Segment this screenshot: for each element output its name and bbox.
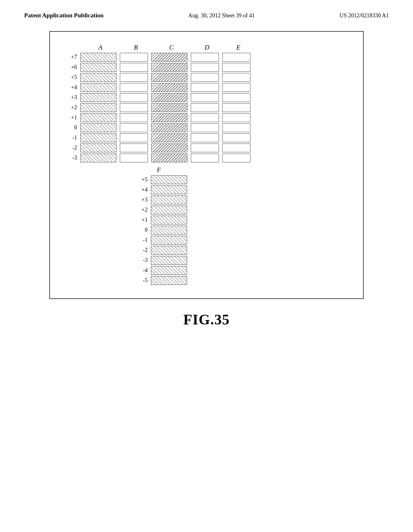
cell-c	[151, 63, 188, 72]
bottom-row: 0	[135, 226, 351, 235]
cell-f	[151, 195, 187, 204]
cell-d	[191, 93, 219, 102]
cell-f	[151, 256, 187, 265]
cell-a	[80, 93, 117, 102]
cell-e	[222, 73, 250, 82]
cell-c	[151, 113, 188, 122]
cell-c	[151, 154, 188, 162]
bottom-row: +5	[135, 175, 351, 184]
cell-d	[191, 53, 219, 62]
table-row: +5	[62, 73, 351, 82]
cell-b	[120, 73, 148, 82]
cell-b	[120, 123, 148, 132]
bottom-row: -1	[135, 236, 351, 245]
cell-d	[191, 154, 219, 162]
bottom-row: +3	[135, 195, 351, 204]
table-row: -1	[62, 133, 351, 142]
figure-caption: FIG.35	[183, 311, 229, 328]
cell-a	[80, 143, 117, 152]
cell-e	[222, 154, 250, 162]
cell-e	[222, 103, 250, 112]
publication-info: Aug. 30, 2012 Sheet 39 of 41	[188, 12, 255, 19]
table-row: +1	[62, 113, 351, 122]
cell-e	[222, 63, 250, 72]
bottom-row: -2	[135, 246, 351, 255]
cell-d	[191, 83, 219, 92]
cell-d	[191, 103, 219, 112]
table-row: +2	[62, 103, 351, 112]
cell-c	[151, 103, 188, 112]
table-row: 0	[62, 123, 351, 132]
bottom-row: -3	[135, 256, 351, 265]
cell-b	[120, 83, 148, 92]
col-header-b: B	[122, 44, 150, 51]
col-header-a: A	[82, 44, 119, 51]
cell-e	[222, 133, 250, 142]
cell-a	[80, 53, 117, 62]
cell-e	[222, 83, 250, 92]
cell-a	[80, 133, 117, 142]
cell-e	[222, 123, 250, 132]
cell-b	[120, 154, 148, 162]
table-row: -2	[62, 143, 351, 152]
bottom-row: +2	[135, 206, 351, 214]
cell-b	[120, 93, 148, 102]
figure-box: A B C D E +7 +6	[49, 31, 364, 299]
cell-a	[80, 113, 117, 122]
main-content: A B C D E +7 +6	[0, 23, 413, 328]
cell-f	[151, 236, 187, 245]
cell-c	[151, 143, 188, 152]
cell-f	[151, 246, 187, 255]
cell-a	[80, 123, 117, 132]
cell-f	[151, 216, 187, 224]
cell-f	[151, 175, 187, 184]
cell-d	[191, 143, 219, 152]
cell-b	[120, 63, 148, 72]
bottom-section: F +5 +4 +3 +2 +1 0	[62, 166, 351, 285]
cell-d	[191, 113, 219, 122]
table-row: +7	[62, 53, 351, 62]
page-header: Patent Application Publication Aug. 30, …	[0, 0, 413, 23]
cell-a	[80, 63, 117, 72]
col-header-f: F	[135, 166, 351, 174]
col-header-e: E	[224, 44, 252, 51]
cell-c	[151, 83, 188, 92]
cell-d	[191, 133, 219, 142]
bottom-row: +4	[135, 185, 351, 194]
cell-c	[151, 53, 188, 62]
cell-f	[151, 226, 187, 235]
col-header-c: C	[153, 44, 190, 51]
table-row: +3	[62, 93, 351, 102]
publication-number: US 2012/0218330 A1	[340, 12, 389, 19]
cell-c	[151, 93, 188, 102]
cell-e	[222, 53, 250, 62]
column-headers: A B C D E	[62, 44, 351, 51]
cell-a	[80, 73, 117, 82]
cell-c	[151, 73, 188, 82]
cell-f	[151, 276, 187, 285]
cell-b	[120, 53, 148, 62]
bottom-row: -4	[135, 266, 351, 275]
cell-b	[120, 143, 148, 152]
col-header-d: D	[193, 44, 221, 51]
cell-b	[120, 113, 148, 122]
cell-c	[151, 123, 188, 132]
cell-e	[222, 93, 250, 102]
cell-c	[151, 133, 188, 142]
publication-label: Patent Application Publication	[24, 12, 104, 19]
cell-a	[80, 103, 117, 112]
cell-a	[80, 154, 117, 162]
cell-d	[191, 123, 219, 132]
cell-f	[151, 185, 187, 194]
table-row: +4	[62, 83, 351, 92]
cell-d	[191, 63, 219, 72]
cell-f	[151, 206, 187, 214]
top-table: A B C D E +7 +6	[62, 44, 351, 162]
cell-e	[222, 113, 250, 122]
table-row: +6	[62, 63, 351, 72]
cell-a	[80, 83, 117, 92]
bottom-row: -5	[135, 276, 351, 285]
cell-b	[120, 133, 148, 142]
cell-e	[222, 143, 250, 152]
bottom-row: +1	[135, 216, 351, 224]
